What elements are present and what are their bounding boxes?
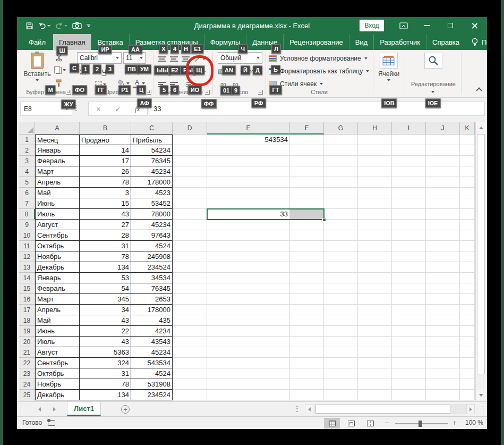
cell-E1[interactable]: 543534 xyxy=(207,135,290,145)
cell-I5[interactable] xyxy=(392,177,426,188)
row-header-24[interactable]: 24 xyxy=(19,379,35,390)
cell-K2[interactable] xyxy=(460,145,475,156)
cell-H19[interactable] xyxy=(358,326,392,337)
column-header-E[interactable]: E xyxy=(207,122,290,135)
cell-A22[interactable]: Сентябрь xyxy=(35,358,80,368)
cell-C4[interactable]: 45234 xyxy=(131,166,173,177)
cell-C10[interactable]: 97643 xyxy=(131,230,173,241)
cell-G22[interactable] xyxy=(324,358,358,368)
cell-B5[interactable]: 78 xyxy=(80,177,131,188)
cell-J9[interactable] xyxy=(426,220,460,230)
cell-F20[interactable] xyxy=(290,337,324,347)
cell-D23[interactable] xyxy=(173,368,207,379)
cell-H12[interactable] xyxy=(358,251,392,262)
clipboard-dialog-launcher[interactable] xyxy=(66,90,71,95)
zoom-out-button[interactable]: − xyxy=(385,418,389,427)
cell-F6[interactable] xyxy=(290,188,324,198)
cell-C11[interactable]: 4524 xyxy=(131,241,173,251)
cell-B1[interactable]: Продано xyxy=(80,135,131,145)
row-header-19[interactable]: 19 xyxy=(19,326,35,337)
cell-K9[interactable] xyxy=(460,220,475,230)
cell-K20[interactable] xyxy=(460,337,475,347)
row-header-12[interactable]: 12 xyxy=(19,251,35,262)
cell-H3[interactable] xyxy=(358,156,392,166)
cell-J13[interactable] xyxy=(426,262,460,273)
cell-I8[interactable] xyxy=(392,209,426,220)
row-header-2[interactable]: 2 xyxy=(19,145,35,156)
number-format-dropdown-icon[interactable] xyxy=(257,57,260,59)
add-sheet-button[interactable]: + xyxy=(121,405,130,414)
font-dialog-launcher[interactable] xyxy=(147,90,151,95)
cell-G16[interactable] xyxy=(324,294,358,305)
cell-E5[interactable] xyxy=(207,177,290,188)
customize-qat-button[interactable] xyxy=(87,24,90,28)
cell-G25[interactable] xyxy=(324,390,358,400)
cell-C8[interactable]: 78000 xyxy=(131,209,173,220)
cell-D24[interactable] xyxy=(173,379,207,390)
cell-D13[interactable] xyxy=(173,262,207,273)
row-header-6[interactable]: 6 xyxy=(19,188,35,198)
cell-I14[interactable] xyxy=(392,273,426,283)
ribbon-display-options-button[interactable] xyxy=(396,17,411,34)
collapse-ribbon-icon[interactable] xyxy=(476,87,482,93)
align-middle-button[interactable] xyxy=(169,54,178,64)
cell-I19[interactable] xyxy=(392,326,426,337)
cell-H6[interactable] xyxy=(358,188,392,198)
cell-C19[interactable]: 4234 xyxy=(131,326,173,337)
cell-C3[interactable]: 76345 xyxy=(131,156,173,166)
cell-H18[interactable] xyxy=(358,315,392,326)
cell-J5[interactable] xyxy=(426,177,460,188)
cell-B9[interactable]: 27 xyxy=(80,220,131,230)
cell-A24[interactable]: Ноябрь xyxy=(35,379,80,390)
cell-J18[interactable] xyxy=(426,315,460,326)
cell-D2[interactable] xyxy=(173,145,207,156)
cell-E23[interactable] xyxy=(207,368,290,379)
cell-I9[interactable] xyxy=(392,220,426,230)
cell-H10[interactable] xyxy=(358,230,392,241)
cell-H5[interactable] xyxy=(358,177,392,188)
cell-E7[interactable] xyxy=(207,198,290,209)
redo-button[interactable] xyxy=(55,22,67,29)
cell-G20[interactable] xyxy=(324,337,358,347)
cell-I10[interactable] xyxy=(392,230,426,241)
paste-dropdown-icon[interactable] xyxy=(36,79,39,81)
cell-E13[interactable] xyxy=(207,262,290,273)
number-dialog-launcher[interactable] xyxy=(258,90,263,95)
cell-E19[interactable] xyxy=(207,326,290,337)
cell-F25[interactable] xyxy=(290,390,324,400)
cell-B25[interactable]: 134 xyxy=(80,390,131,400)
cell-G17[interactable] xyxy=(324,305,358,315)
row-header-1[interactable]: 1 xyxy=(19,135,35,145)
cell-G19[interactable] xyxy=(324,326,358,337)
cell-A5[interactable]: Апрель xyxy=(35,177,80,188)
column-header-J[interactable]: J xyxy=(426,122,460,135)
cell-H24[interactable] xyxy=(358,379,392,390)
cell-E25[interactable] xyxy=(207,390,290,400)
cell-E15[interactable] xyxy=(207,283,290,294)
cell-K6[interactable] xyxy=(460,188,475,198)
cell-C13[interactable]: 234524 xyxy=(131,262,173,273)
cell-H21[interactable] xyxy=(358,347,392,358)
cell-J3[interactable] xyxy=(426,156,460,166)
cell-K12[interactable] xyxy=(460,251,475,262)
cell-H15[interactable] xyxy=(358,283,392,294)
cell-I22[interactable] xyxy=(392,358,426,368)
cell-H17[interactable] xyxy=(358,305,392,315)
cell-B23[interactable]: 31 xyxy=(80,368,131,379)
column-header-B[interactable]: B xyxy=(80,122,131,135)
cell-D22[interactable] xyxy=(173,358,207,368)
cell-A13[interactable]: Декабрь xyxy=(35,262,80,273)
row-header-3[interactable]: 3 xyxy=(19,156,35,166)
cell-F19[interactable] xyxy=(290,326,324,337)
row-header-15[interactable]: 15 xyxy=(19,283,35,294)
row-header-7[interactable]: 7 xyxy=(19,198,35,209)
cell-B16[interactable]: 345 xyxy=(80,294,131,305)
cell-B24[interactable]: 78 xyxy=(80,379,131,390)
cell-F17[interactable] xyxy=(290,305,324,315)
column-header-G[interactable]: G xyxy=(324,122,358,135)
cell-F3[interactable] xyxy=(290,156,324,166)
row-header-22[interactable]: 22 xyxy=(19,358,35,368)
cell-D10[interactable] xyxy=(173,230,207,241)
scroll-up-button[interactable] xyxy=(476,122,486,133)
cell-G23[interactable] xyxy=(324,368,358,379)
